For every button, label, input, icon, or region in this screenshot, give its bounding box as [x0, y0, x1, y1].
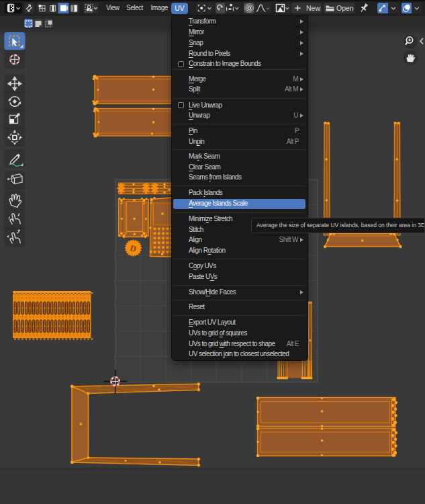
svg-text:New: New	[306, 4, 320, 12]
svg-text:Open: Open	[336, 4, 354, 12]
